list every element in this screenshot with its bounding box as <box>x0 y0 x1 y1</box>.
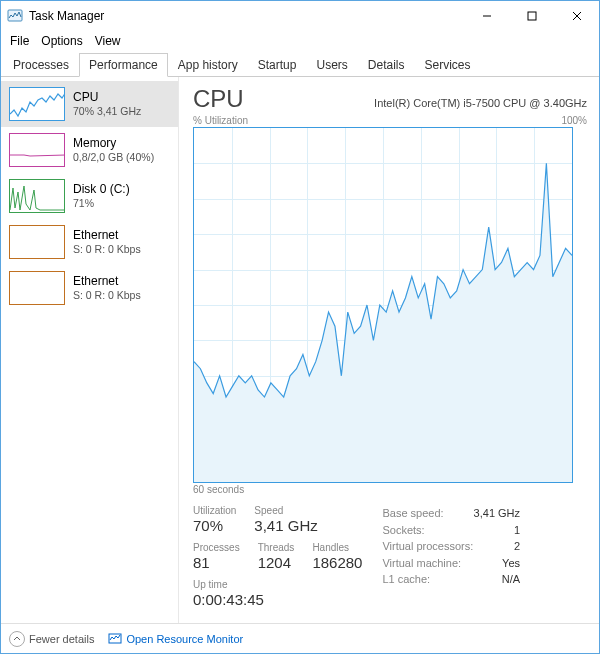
sidebar-item-label: Ethernet <box>73 228 141 243</box>
cpu-chart[interactable] <box>193 127 573 483</box>
sidebar-item-ethernet-0[interactable]: Ethernet S: 0 R: 0 Kbps <box>1 219 178 265</box>
sidebar-item-sub: 70% 3,41 GHz <box>73 105 141 118</box>
sidebar-item-sub: 71% <box>73 197 130 210</box>
disk-thumb <box>9 179 65 213</box>
sidebar-item-sub: S: 0 R: 0 Kbps <box>73 289 141 302</box>
stat-value: 186280 <box>312 554 362 571</box>
sidebar-item-cpu[interactable]: CPU 70% 3,41 GHz <box>1 81 178 127</box>
sidebar-item-ethernet-1[interactable]: Ethernet S: 0 R: 0 Kbps <box>1 265 178 311</box>
stats-right: Base speed:3,41 GHz Sockets:1 Virtual pr… <box>382 505 520 608</box>
menu-options[interactable]: Options <box>36 33 87 49</box>
app-icon <box>7 8 23 24</box>
sidebar-item-label: CPU <box>73 90 141 105</box>
tab-details[interactable]: Details <box>358 53 415 76</box>
titlebar: Task Manager <box>1 1 599 31</box>
svg-rect-2 <box>528 12 536 20</box>
main-panel: CPU Intel(R) Core(TM) i5-7500 CPU @ 3.40… <box>179 77 599 623</box>
footer: Fewer details Open Resource Monitor <box>1 623 599 653</box>
chart-xlabel: 60 seconds <box>193 484 587 495</box>
stat-label: Processes <box>193 542 240 553</box>
sidebar: CPU 70% 3,41 GHz Memory 0,8/2,0 GB (40%) <box>1 77 179 623</box>
ethernet-thumb <box>9 225 65 259</box>
stat-value: 0:00:43:45 <box>193 591 264 608</box>
page-title: CPU <box>193 85 244 113</box>
chart-ymax: 100% <box>561 115 587 126</box>
content: CPU 70% 3,41 GHz Memory 0,8/2,0 GB (40%) <box>1 77 599 623</box>
stats: Utilization 70% Speed 3,41 GHz Processes… <box>193 505 587 608</box>
stat-label: Handles <box>312 542 362 553</box>
memory-thumb <box>9 133 65 167</box>
menu-file[interactable]: File <box>5 33 34 49</box>
stat-value: 70% <box>193 517 236 534</box>
chart-ylabel: % Utilization <box>193 115 248 126</box>
tabs: Processes Performance App history Startu… <box>1 51 599 77</box>
window: Task Manager File Options View Processes… <box>0 0 600 654</box>
cpu-thumb <box>9 87 65 121</box>
fewer-details-button[interactable]: Fewer details <box>9 631 94 647</box>
cpu-model: Intel(R) Core(TM) i5-7500 CPU @ 3.40GHz <box>374 97 587 109</box>
stat-label: Threads <box>258 542 295 553</box>
stat-value: 1204 <box>258 554 295 571</box>
stat-value: 3,41 GHz <box>254 517 317 534</box>
sidebar-item-label: Memory <box>73 136 154 151</box>
sidebar-item-label: Ethernet <box>73 274 141 289</box>
tab-startup[interactable]: Startup <box>248 53 307 76</box>
sidebar-item-label: Disk 0 (C:) <box>73 182 130 197</box>
tab-users[interactable]: Users <box>306 53 357 76</box>
stat-value: 81 <box>193 554 240 571</box>
maximize-button[interactable] <box>509 1 554 31</box>
tab-app-history[interactable]: App history <box>168 53 248 76</box>
window-controls <box>464 1 599 31</box>
open-resource-monitor-link[interactable]: Open Resource Monitor <box>108 632 243 646</box>
tab-performance[interactable]: Performance <box>79 53 168 77</box>
tab-processes[interactable]: Processes <box>3 53 79 76</box>
sidebar-item-disk[interactable]: Disk 0 (C:) 71% <box>1 173 178 219</box>
stat-label: Utilization <box>193 505 236 516</box>
close-button[interactable] <box>554 1 599 31</box>
stat-label: Speed <box>254 505 317 516</box>
chevron-up-icon <box>9 631 25 647</box>
ethernet-thumb <box>9 271 65 305</box>
window-title: Task Manager <box>29 9 464 23</box>
sidebar-item-memory[interactable]: Memory 0,8/2,0 GB (40%) <box>1 127 178 173</box>
sidebar-item-sub: 0,8/2,0 GB (40%) <box>73 151 154 164</box>
sidebar-item-sub: S: 0 R: 0 Kbps <box>73 243 141 256</box>
stat-label: Up time <box>193 579 264 590</box>
menubar: File Options View <box>1 31 599 51</box>
menu-view[interactable]: View <box>90 33 126 49</box>
tab-services[interactable]: Services <box>415 53 481 76</box>
monitor-icon <box>108 632 122 646</box>
minimize-button[interactable] <box>464 1 509 31</box>
svg-marker-7 <box>194 163 572 482</box>
